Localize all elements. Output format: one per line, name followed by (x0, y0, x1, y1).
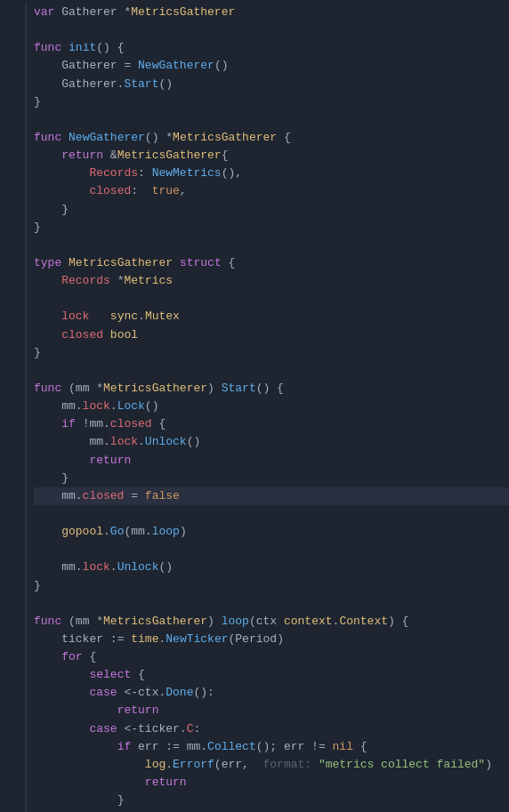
plain-token (311, 758, 319, 771)
kw-token: func (34, 615, 61, 628)
punc-token: (), (222, 166, 242, 180)
fn-token: loop (152, 525, 180, 538)
code-line (34, 21, 509, 39)
fn-token: init (69, 41, 96, 54)
plain-token: Gatherer (54, 5, 124, 19)
kw-token: struct (180, 256, 222, 269)
type-token: Mutex (145, 310, 180, 323)
line-number (0, 111, 20, 129)
plain-token: mm. (34, 560, 83, 574)
line-number (0, 57, 20, 75)
line-number (0, 76, 20, 93)
plain-token (326, 740, 333, 753)
punc-token: () (145, 131, 166, 144)
line-number (0, 648, 20, 666)
punc-token: & (110, 149, 117, 162)
pkg-token: gopool (61, 525, 103, 538)
line-number (0, 595, 20, 613)
plain-token (103, 328, 110, 342)
code-line: func (mm *MetricsGatherer) Start() { (34, 380, 509, 398)
line-number (0, 182, 20, 200)
code-line: return (34, 452, 509, 470)
field-token: closed (83, 489, 125, 502)
fn-token: Start (124, 77, 158, 91)
plain-token: . (138, 435, 145, 448)
type-token: MetricsGatherer (173, 131, 277, 144)
line-number (0, 613, 20, 631)
type-token: bool (110, 328, 138, 342)
line-number (0, 219, 20, 237)
punc-token: } (34, 346, 41, 359)
punc-token: () (145, 399, 159, 413)
line-number (0, 326, 20, 344)
plain-token: { (152, 417, 166, 430)
pkg-token: time (131, 632, 158, 646)
param-token: ctx (256, 615, 277, 628)
plain-token (34, 310, 61, 323)
line-number (0, 129, 20, 147)
code-line: log.Errorf(err, format: "metrics collect… (34, 756, 509, 774)
kw-token: if (61, 417, 76, 430)
plain-token: mm (76, 382, 96, 395)
code-line (34, 237, 509, 254)
plain-token (34, 722, 89, 736)
code-line: closed: true, (34, 182, 509, 200)
code-line: } (34, 93, 509, 111)
code-content: var Gatherer *MetricsGatherer func init(… (27, 4, 509, 812)
punc-token: () (158, 560, 173, 574)
line-number (0, 433, 20, 451)
fn-token: Errorf (173, 758, 214, 771)
kw-token: return (145, 776, 187, 789)
code-line: lock sync.Mutex (34, 308, 509, 326)
plain-token: { (131, 668, 145, 681)
plain-token: err (277, 740, 311, 753)
line-number (0, 21, 20, 39)
code-line (34, 505, 509, 523)
code-line (34, 111, 509, 129)
type-token: MetricsGatherer (103, 382, 207, 395)
line-number (0, 308, 20, 326)
code-line: return &MetricsGatherer{ (34, 147, 509, 165)
plain-token (214, 382, 222, 395)
line-number (0, 666, 20, 684)
plain-token: <-ctx. (117, 686, 166, 699)
line-number (0, 738, 20, 756)
plain-token (61, 256, 69, 269)
punc-token: (); (256, 740, 277, 753)
plain-token (103, 149, 110, 162)
line-number (0, 756, 20, 774)
plain-token: Gatherer. (34, 77, 124, 91)
plain-token (89, 310, 109, 323)
kw-token: return (89, 454, 131, 467)
type-token: MetricsGatherer (131, 5, 235, 19)
field-token: Records (89, 166, 138, 180)
type-token: MetricsGatherer (103, 615, 207, 628)
code-line: case <-ticker.C: (34, 720, 509, 738)
line-number (0, 4, 20, 21)
code-line: if err := mm.Collect(); err != nil { (34, 738, 509, 756)
punc-token: } (34, 579, 41, 592)
plain-token (34, 274, 61, 287)
code-line: func NewGatherer() *MetricsGatherer { (34, 129, 509, 147)
field-token: closed (61, 328, 103, 342)
param-token: err (222, 758, 242, 771)
line-number (0, 774, 20, 792)
plain-token (34, 166, 89, 180)
plain-token (34, 417, 61, 430)
code-line: gopool.Go(mm.loop) (34, 523, 509, 541)
plain-token: . (110, 399, 117, 413)
line-number (0, 380, 20, 398)
code-line: case <-ctx.Done(): (34, 684, 509, 702)
line-number (0, 290, 20, 308)
punc-token: ) (277, 632, 284, 646)
code-line: closed bool (34, 326, 509, 344)
line-number (0, 344, 20, 362)
fn-token: Collect (207, 740, 256, 753)
plain-token (277, 615, 284, 628)
kw-token: return (61, 149, 103, 162)
line-number (0, 702, 20, 720)
punc-token: : (193, 722, 200, 736)
field-token: Records (61, 274, 110, 287)
comment-token: format: (263, 758, 311, 771)
kw-token: func (34, 382, 61, 395)
